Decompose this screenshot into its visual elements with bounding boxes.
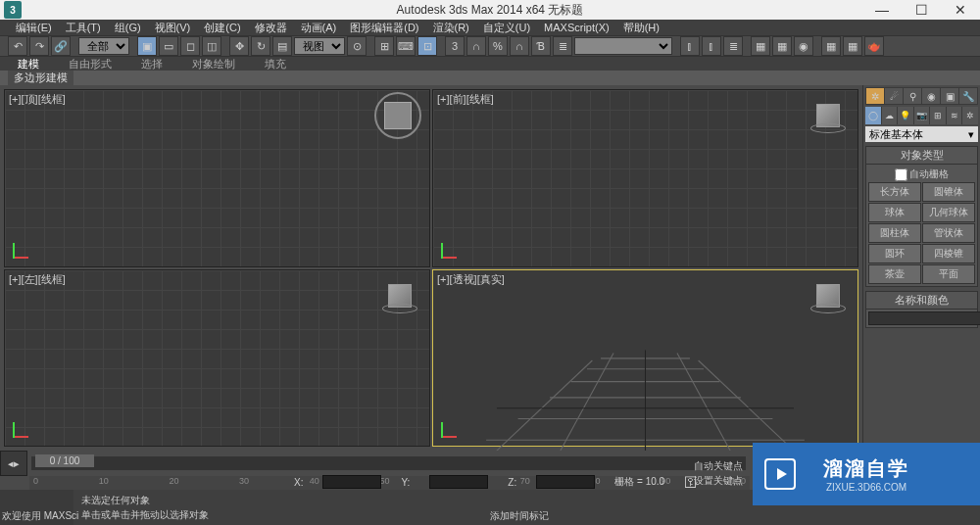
- select-object-button[interactable]: ▣: [137, 36, 157, 56]
- primitive-box-button[interactable]: 长方体: [868, 182, 921, 202]
- ribbon-tab-modeling[interactable]: 建模: [18, 57, 39, 71]
- ribbon-polygon-modeling[interactable]: 多边形建模: [8, 71, 74, 85]
- cameras-subtab-icon[interactable]: 📷: [914, 107, 930, 124]
- window-crossing-button[interactable]: ◫: [202, 36, 221, 56]
- menu-modifiers[interactable]: 修改器: [249, 21, 293, 35]
- add-time-tag-label[interactable]: 添加时间标记: [490, 509, 549, 523]
- utilities-tab-icon[interactable]: 🔧: [959, 88, 977, 104]
- ribbon-tab-selection[interactable]: 选择: [141, 57, 163, 71]
- named-selection-dropdown[interactable]: [574, 37, 672, 55]
- rotate-button[interactable]: ↻: [251, 36, 270, 56]
- select-region-button[interactable]: ◻: [180, 36, 200, 56]
- hierarchy-tab-icon[interactable]: ⚲: [904, 88, 921, 104]
- viewport-front[interactable]: [+][前][线框]: [432, 89, 858, 267]
- ribbon-tab-object-paint[interactable]: 对象绘制: [192, 57, 235, 71]
- set-key-button[interactable]: 设置关键点: [694, 474, 743, 488]
- lights-subtab-icon[interactable]: 💡: [898, 107, 913, 124]
- material-editor-button[interactable]: ◉: [794, 36, 813, 56]
- viewport-perspective[interactable]: [+][透视][真实]: [432, 269, 858, 448]
- render-setup-button[interactable]: ▦: [821, 36, 841, 56]
- primitive-pyramid-button[interactable]: 四棱锥: [922, 244, 975, 263]
- link-button[interactable]: 🔗: [51, 36, 71, 56]
- minimize-button[interactable]: —: [862, 0, 902, 20]
- curve-editor-button[interactable]: ▦: [751, 36, 770, 56]
- selection-filter-dropdown[interactable]: 全部: [78, 37, 129, 55]
- primitive-cone-button[interactable]: 圆锥体: [922, 182, 975, 202]
- auto-key-button[interactable]: 自动关键点: [694, 459, 743, 473]
- menu-rendering[interactable]: 渲染(R): [427, 21, 475, 35]
- menu-maxscript[interactable]: MAXScript(X): [538, 22, 615, 33]
- undo-button[interactable]: ↶: [8, 36, 27, 56]
- primitive-geosphere-button[interactable]: 几何球体: [922, 203, 975, 222]
- viewport-label-left[interactable]: [+][左][线框]: [9, 272, 66, 287]
- primitive-sphere-button[interactable]: 球体: [868, 203, 921, 222]
- helpers-subtab-icon[interactable]: ⊞: [930, 107, 946, 124]
- angle-snap-button[interactable]: 3: [445, 36, 465, 56]
- viewcube-perspective[interactable]: [810, 278, 846, 313]
- viewport-top[interactable]: [+][顶][线框]: [4, 89, 430, 267]
- primitive-torus-button[interactable]: 圆环: [868, 244, 921, 263]
- close-button[interactable]: ✕: [941, 0, 980, 20]
- maximize-button[interactable]: ☐: [902, 0, 941, 20]
- use-center-button[interactable]: ⊙: [347, 36, 367, 56]
- viewcube-left[interactable]: [382, 278, 417, 313]
- time-slider-handle[interactable]: ◂▸: [0, 451, 27, 476]
- menu-group[interactable]: 组(G): [109, 21, 147, 35]
- x-coord-input[interactable]: [322, 475, 381, 489]
- viewcube-front[interactable]: [810, 98, 846, 133]
- menu-customize[interactable]: 自定义(U): [477, 21, 536, 35]
- menu-create[interactable]: 创建(C): [198, 21, 246, 35]
- primitive-cylinder-button[interactable]: 圆柱体: [868, 223, 921, 243]
- keyboard-shortcut-button[interactable]: ⌨: [396, 36, 416, 56]
- current-frame-button[interactable]: 0 / 100: [35, 454, 94, 467]
- object-name-input[interactable]: [868, 311, 980, 325]
- y-coord-input[interactable]: [429, 475, 488, 489]
- menu-animation[interactable]: 动画(A): [295, 21, 343, 35]
- scale-button[interactable]: ▤: [272, 36, 292, 56]
- motion-tab-icon[interactable]: ◉: [922, 88, 940, 104]
- align-tool-button[interactable]: ⫿: [702, 36, 721, 56]
- primitive-plane-button[interactable]: 平面: [922, 264, 975, 284]
- ribbon-tab-populate[interactable]: 填充: [265, 57, 286, 71]
- display-tab-icon[interactable]: ▣: [941, 88, 958, 104]
- menu-graph-editors[interactable]: 图形编辑器(D): [344, 21, 424, 35]
- z-coord-input[interactable]: [536, 475, 595, 489]
- modify-tab-icon[interactable]: ☄: [885, 88, 903, 104]
- render-production-button[interactable]: 🫖: [864, 36, 884, 56]
- layers-button[interactable]: ≣: [723, 36, 743, 56]
- edit-named-sel-button[interactable]: ∩: [510, 36, 529, 56]
- geometry-category-dropdown[interactable]: 标准基本体▾: [865, 126, 978, 142]
- create-tab-icon[interactable]: ✲: [866, 88, 884, 104]
- percent-snap-button[interactable]: ∩: [466, 36, 486, 56]
- mirror-button[interactable]: Ɓ: [531, 36, 551, 56]
- move-button[interactable]: ✥: [229, 36, 249, 56]
- rollout-title-object-type[interactable]: 对象类型: [866, 147, 977, 165]
- rollout-title-name-color[interactable]: 名称和颜色: [866, 292, 977, 310]
- shapes-subtab-icon[interactable]: ☁: [882, 107, 898, 124]
- redo-button[interactable]: ↷: [29, 36, 49, 56]
- snaps-toggle-button[interactable]: ⊡: [417, 36, 437, 56]
- primitive-teapot-button[interactable]: 茶壶: [868, 264, 921, 284]
- select-by-name-button[interactable]: ▭: [159, 36, 178, 56]
- menu-edit[interactable]: 编辑(E): [10, 21, 58, 35]
- menu-view[interactable]: 视图(V): [149, 21, 197, 35]
- primitive-tube-button[interactable]: 管状体: [922, 223, 975, 243]
- align-button[interactable]: ≣: [553, 36, 572, 56]
- spinner-snap-button[interactable]: %: [488, 36, 508, 56]
- time-slider-track[interactable]: 0 / 100: [31, 456, 746, 470]
- mirror-tool-button[interactable]: ⫿: [680, 36, 700, 56]
- reference-coord-dropdown[interactable]: 视图: [294, 37, 345, 55]
- geometry-subtab-icon[interactable]: ◯: [865, 107, 881, 124]
- select-manipulate-button[interactable]: ⊞: [374, 36, 394, 56]
- auto-grid-checkbox[interactable]: [895, 168, 907, 181]
- viewport-left[interactable]: [+][左][线框]: [4, 269, 430, 448]
- menu-help[interactable]: 帮助(H): [617, 21, 665, 35]
- systems-subtab-icon[interactable]: ✲: [962, 107, 978, 124]
- ribbon-tab-freeform[interactable]: 自由形式: [69, 57, 112, 71]
- viewport-label-top[interactable]: [+][顶][线框]: [9, 92, 66, 107]
- rendered-frame-button[interactable]: ▦: [843, 36, 862, 56]
- menu-tools[interactable]: 工具(T): [60, 21, 107, 35]
- schematic-view-button[interactable]: ▦: [772, 36, 792, 56]
- spacewarps-subtab-icon[interactable]: ≋: [947, 107, 962, 124]
- viewcube-icon[interactable]: [384, 102, 412, 129]
